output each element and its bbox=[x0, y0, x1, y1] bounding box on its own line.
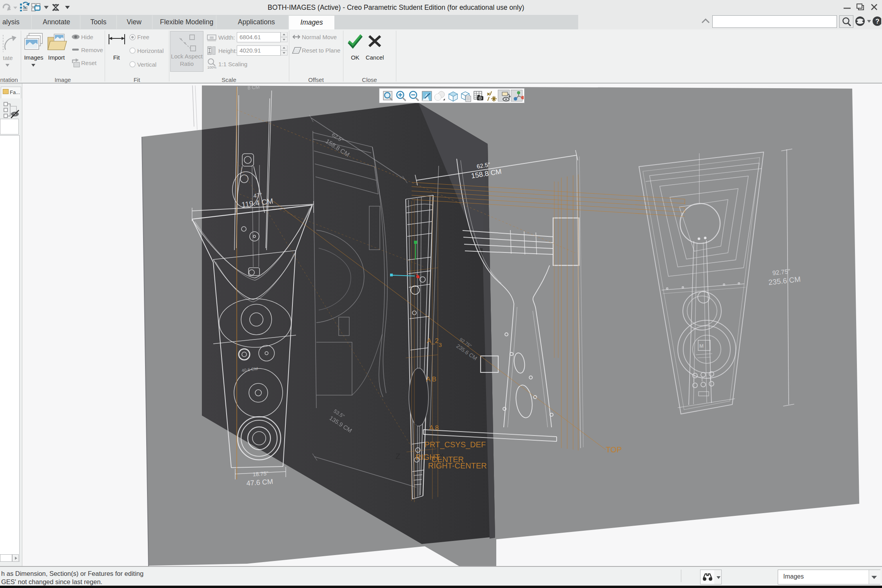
svg-text:A 8: A 8 bbox=[429, 424, 439, 432]
svg-text:3: 3 bbox=[439, 341, 442, 348]
svg-text:100%: 100% bbox=[207, 65, 216, 69]
svg-text:X: X bbox=[439, 452, 444, 461]
svg-text:A B: A B bbox=[426, 376, 436, 383]
svg-text:?: ? bbox=[875, 18, 879, 25]
svg-text:TOP: TOP bbox=[606, 445, 622, 454]
svg-text:Z: Z bbox=[396, 452, 400, 461]
svg-text:RIGHT-CENTER: RIGHT-CENTER bbox=[428, 461, 487, 470]
svg-text:PRT_CSYS_DEF: PRT_CSYS_DEF bbox=[425, 440, 486, 449]
svg-text:A_2: A_2 bbox=[427, 337, 439, 345]
svg-text:M: M bbox=[699, 343, 704, 349]
svg-text:18.75": 18.75" bbox=[252, 470, 269, 477]
svg-text:Y: Y bbox=[414, 421, 419, 430]
